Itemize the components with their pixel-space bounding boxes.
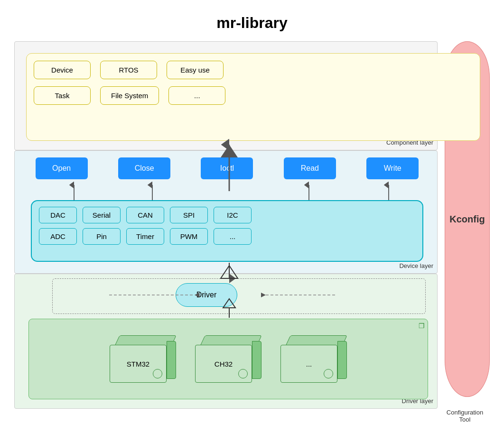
hw-ch32-label: CH32: [215, 360, 233, 368]
hw-more-circle: [324, 369, 333, 378]
device-cyan-box: DAC Serial CAN SPI I2C ADC Pin Timer PWM…: [31, 200, 423, 262]
api-row: Open Close Ioctl Read Write: [24, 157, 430, 179]
driver-dashed-container: [52, 278, 426, 314]
kconfig-label: Kconfig: [449, 214, 485, 225]
dev-can: CAN: [126, 207, 164, 223]
hw-stm32-side: [167, 341, 176, 379]
dev-i2c: I2C: [214, 207, 252, 223]
driver-label: Driver: [196, 291, 217, 299]
comp-easyuse: Easy use: [167, 61, 224, 79]
device-row-1: DAC Serial CAN SPI I2C: [39, 207, 415, 223]
hw-boxes-row: STM32 CH32 ...: [29, 319, 428, 399]
component-yellow-box: Device RTOS Easy use Task File System ..…: [26, 53, 480, 141]
dev-adc: ADC: [39, 228, 77, 245]
comp-more: ...: [168, 86, 225, 105]
hw-ch32-circle: [238, 369, 248, 378]
dev-more: ...: [214, 228, 252, 245]
driver-box: Driver: [176, 283, 237, 307]
hw-ch32-side: [252, 341, 261, 379]
component-row-2: Task File System ...: [34, 86, 473, 105]
api-open[interactable]: Open: [36, 157, 88, 179]
main-diagram: Component layer Device layer Driver laye…: [14, 41, 490, 430]
dev-serial: Serial: [83, 207, 121, 223]
hw-stm32-front: STM32: [110, 345, 167, 383]
hw-stm32-label: STM32: [127, 360, 149, 368]
comp-rtos: RTOS: [100, 61, 157, 79]
config-tool-label: ConfigurationTool: [442, 409, 487, 423]
api-close[interactable]: Close: [118, 157, 170, 179]
hw-ch32-front: CH32: [195, 345, 252, 383]
dev-pin: Pin: [83, 228, 121, 245]
dev-pwm: PWM: [170, 228, 208, 245]
comp-task: Task: [34, 86, 91, 105]
page-title: mr-library: [0, 0, 504, 41]
device-row-2: ADC Pin Timer PWM ...: [39, 228, 415, 245]
hw-more-label: ...: [306, 360, 312, 368]
dev-timer: Timer: [126, 228, 164, 245]
comp-device: Device: [34, 61, 91, 79]
api-write[interactable]: Write: [366, 157, 419, 179]
api-read[interactable]: Read: [284, 157, 336, 179]
hw-stm32-circle: [153, 369, 162, 378]
hw-stm32: STM32: [110, 335, 176, 383]
hw-more-side: [337, 341, 347, 379]
device-layer-label: Device layer: [399, 262, 433, 269]
copy-icon: ❐: [419, 322, 425, 330]
comp-filesystem: File System: [100, 86, 159, 105]
hw-more-front: ...: [280, 345, 337, 383]
component-row-1: Device RTOS Easy use: [34, 61, 473, 79]
hardware-area: ❐ STM32 CH32: [28, 319, 428, 399]
hw-ch32: CH32: [195, 335, 261, 383]
hw-more: ...: [280, 335, 347, 383]
dev-spi: SPI: [170, 207, 208, 223]
dev-dac: DAC: [39, 207, 77, 223]
api-ioctl[interactable]: Ioctl: [201, 157, 253, 179]
